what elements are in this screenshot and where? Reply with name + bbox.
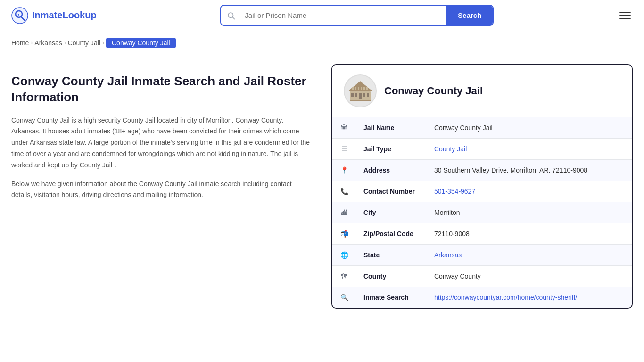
left-column: Conway County Jail Inmate Search and Jai… [11, 55, 313, 309]
row-value: Conway County [427, 266, 632, 287]
logo-icon: Q [11, 7, 28, 24]
search-button[interactable]: Search [446, 6, 493, 25]
info-card: Conway County Jail 🏛Jail NameConway Coun… [331, 64, 633, 309]
svg-rect-14 [352, 87, 354, 90]
svg-line-5 [233, 17, 235, 19]
description-paragraph-2: Below we have given information about th… [11, 179, 313, 201]
search-icon [221, 8, 241, 24]
row-label: City [356, 202, 427, 223]
row-value: 72110-9008 [427, 223, 632, 245]
hamburger-line-2 [619, 15, 631, 16]
svg-rect-15 [355, 87, 356, 90]
row-icon: 🗺 [332, 266, 356, 287]
row-icon: 🔍 [332, 287, 356, 308]
hamburger-line-3 [619, 18, 631, 19]
description-paragraph-1: Conway County Jail is a high security Co… [11, 115, 313, 171]
jail-avatar [344, 74, 377, 107]
row-value[interactable]: County Jail [427, 139, 632, 160]
svg-text:Q: Q [16, 13, 19, 17]
row-icon: 📬 [332, 223, 356, 245]
search-input[interactable] [241, 7, 446, 24]
svg-point-0 [12, 8, 28, 24]
menu-button[interactable] [618, 10, 633, 21]
breadcrumb-county-jail[interactable]: County Jail [68, 39, 100, 47]
row-label: Jail Type [356, 139, 427, 160]
breadcrumb-sep-3: › [102, 40, 104, 46]
info-table: 🏛Jail NameConway County Jail☰Jail TypeCo… [332, 117, 632, 308]
row-value[interactable]: 501-354-9627 [427, 181, 632, 202]
table-row: 🏙CityMorrilton [332, 202, 632, 223]
card-header: Conway County Jail [332, 65, 632, 117]
table-row: 📞Contact Number501-354-9627 [332, 181, 632, 202]
row-label: State [356, 245, 427, 266]
row-icon: 🌐 [332, 245, 356, 266]
row-value[interactable]: https://conwaycountyar.com/home/county-s… [427, 287, 632, 308]
row-icon: 📍 [332, 160, 356, 181]
svg-rect-11 [367, 93, 369, 97]
row-icon: ☰ [332, 139, 356, 160]
row-label: Contact Number [356, 181, 427, 202]
card-title: Conway County Jail [384, 85, 483, 97]
svg-rect-19 [366, 87, 368, 90]
breadcrumb-home[interactable]: Home [11, 39, 29, 47]
row-value: 30 Southern Valley Drive, Morrilton, AR,… [427, 160, 632, 181]
breadcrumb-sep-1: › [31, 40, 33, 46]
search-wrapper: Search [220, 5, 494, 26]
row-icon: 🏛 [332, 117, 356, 139]
svg-rect-10 [363, 93, 365, 97]
row-label: Address [356, 160, 427, 181]
svg-rect-16 [358, 87, 359, 90]
row-value[interactable]: Arkansas [427, 245, 632, 266]
svg-rect-7 [351, 93, 354, 97]
table-row: 🗺CountyConway County [332, 266, 632, 287]
table-row: ☰Jail TypeCounty Jail [332, 139, 632, 160]
svg-rect-18 [363, 87, 365, 90]
svg-rect-20 [350, 100, 371, 101]
row-value: Conway County Jail [427, 117, 632, 139]
row-label: Inmate Search [356, 287, 427, 308]
row-link[interactable]: 501-354-9627 [434, 188, 475, 195]
breadcrumb-arkansas[interactable]: Arkansas [34, 39, 62, 47]
table-row: 🏛Jail NameConway County Jail [332, 117, 632, 139]
page-title: Conway County Jail Inmate Search and Jai… [11, 74, 313, 106]
logo[interactable]: Q InmateLookup [11, 7, 97, 24]
row-label: Zip/Postal Code [356, 223, 427, 245]
table-row: 📬Zip/Postal Code72110-9008 [332, 223, 632, 245]
hamburger-line-1 [619, 12, 631, 13]
courthouse-icon [347, 78, 373, 104]
svg-rect-17 [361, 87, 362, 90]
row-link[interactable]: Arkansas [434, 251, 462, 259]
breadcrumb-sep-2: › [64, 40, 66, 46]
logo-text: InmateLookup [32, 10, 97, 21]
header: Q InmateLookup Search [0, 0, 644, 31]
table-row: 📍Address30 Southern Valley Drive, Morril… [332, 160, 632, 181]
row-link[interactable]: County Jail [434, 145, 467, 153]
row-link[interactable]: https://conwaycountyar.com/home/county-s… [434, 294, 577, 301]
svg-rect-8 [355, 93, 357, 97]
table-row: 🔍Inmate Searchhttps://conwaycountyar.com… [332, 287, 632, 308]
main-content: Conway County Jail Inmate Search and Jai… [0, 55, 644, 328]
table-row: 🌐StateArkansas [332, 245, 632, 266]
right-column: Conway County Jail 🏛Jail NameConway Coun… [331, 55, 633, 309]
row-icon: 🏙 [332, 202, 356, 223]
row-label: County [356, 266, 427, 287]
breadcrumb-current: Conway County Jail [106, 38, 176, 48]
row-value: Morrilton [427, 202, 632, 223]
row-icon: 📞 [332, 181, 356, 202]
search-area: Search [220, 5, 494, 26]
svg-rect-9 [359, 93, 362, 99]
row-label: Jail Name [356, 117, 427, 139]
breadcrumb: Home › Arkansas › County Jail › Conway C… [0, 31, 644, 55]
